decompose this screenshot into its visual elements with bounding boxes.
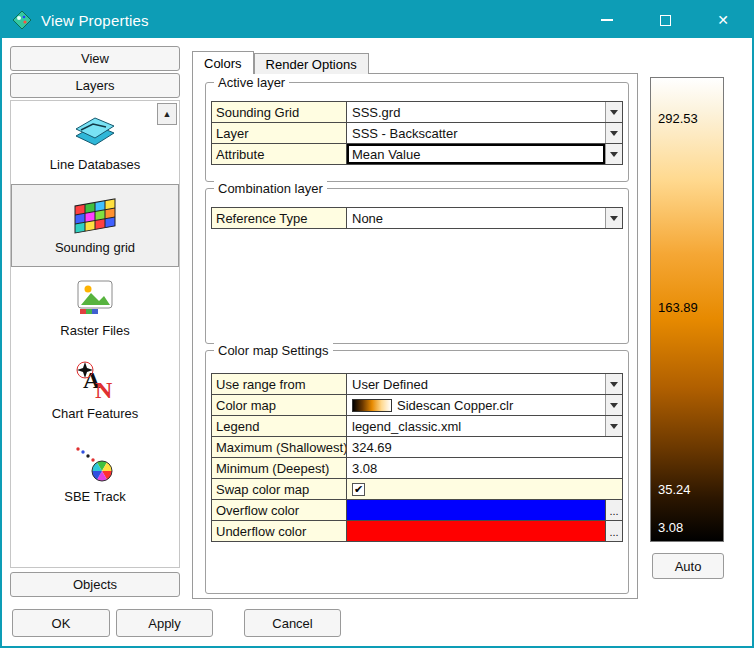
apply-button[interactable]: Apply: [116, 609, 213, 637]
sidebar-item-label: SBE Track: [64, 489, 125, 504]
sidebar-item-line-databases[interactable]: Line Databases: [11, 101, 179, 184]
chevron-down-icon: [610, 131, 618, 136]
legend-dropdown-button[interactable]: [605, 416, 622, 436]
maximize-icon: [660, 15, 671, 26]
app-icon: [12, 10, 32, 30]
sidebar-item-label: Chart Features: [52, 406, 139, 421]
objects-button[interactable]: Objects: [10, 572, 180, 597]
overflow-color-swatch[interactable]: [347, 500, 605, 520]
window-title: View Properties: [41, 12, 149, 29]
active-layer-group: Active layer Sounding Grid SSS.grd Layer…: [205, 82, 629, 182]
active-layer-rows: Sounding Grid SSS.grd Layer SSS - Backsc…: [211, 101, 623, 165]
legend-tick-label: 292.53: [658, 110, 698, 125]
overflow-color-row: Overflow color ...: [211, 499, 623, 521]
legend-row: Legend legend_classic.xml: [211, 415, 623, 437]
attribute-row: Attribute Mean Value: [211, 143, 623, 165]
sbe-track-icon: [72, 443, 118, 485]
window-controls: ✕: [578, 2, 752, 38]
reference-type-dropdown-button[interactable]: [605, 208, 622, 228]
sidebar-item-raster-files[interactable]: Raster Files: [11, 267, 179, 350]
use-range-from-row: Use range from User Defined: [211, 373, 623, 395]
tab-render-options[interactable]: Render Options: [254, 53, 369, 74]
line-databases-icon: [72, 111, 118, 153]
attribute-dropdown-button[interactable]: [605, 144, 622, 164]
cancel-button[interactable]: Cancel: [244, 609, 341, 637]
chart-features-icon: A N: [72, 360, 118, 402]
attribute-value: Mean Value: [352, 147, 420, 162]
sidebar-item-label: Line Databases: [50, 157, 140, 172]
sidebar-item-chart-features[interactable]: A N Chart Features: [11, 350, 179, 433]
color-map-settings-rows: Use range from User Defined Color map Si…: [211, 373, 623, 542]
auto-button[interactable]: Auto: [652, 553, 724, 579]
chevron-down-icon: [610, 403, 618, 408]
sounding-grid-value: SSS.grd: [352, 105, 400, 120]
color-map-settings-group-title: Color map Settings: [214, 343, 333, 358]
minimum-field[interactable]: 3.08: [347, 457, 623, 479]
overflow-color-label: Overflow color: [211, 499, 347, 521]
color-map-dropdown-button[interactable]: [605, 395, 622, 415]
ok-button[interactable]: OK: [12, 609, 110, 637]
chevron-down-icon: [610, 424, 618, 429]
color-map-dropdown[interactable]: Sidescan Copper.clr: [347, 394, 623, 416]
chevron-down-icon: [610, 216, 618, 221]
sidebar-item-label: Raster Files: [60, 323, 129, 338]
minimize-button[interactable]: [578, 2, 636, 38]
tab-strip: Colors Render Options: [192, 51, 369, 74]
sounding-grid-label: Sounding Grid: [211, 101, 347, 123]
attribute-dropdown[interactable]: Mean Value: [347, 143, 623, 165]
layer-label: Layer: [211, 122, 347, 144]
tab-colors[interactable]: Colors: [192, 51, 254, 74]
reference-type-dropdown[interactable]: None: [347, 207, 623, 229]
layer-dropdown[interactable]: SSS - Backscatter: [347, 122, 623, 144]
layers-list: ▲ Line Databases: [10, 100, 180, 568]
underflow-color-cell: ...: [347, 520, 623, 542]
minimize-icon: [601, 19, 613, 21]
maximum-field[interactable]: 324.69: [347, 436, 623, 458]
close-button[interactable]: ✕: [694, 2, 752, 38]
sidebar-item-sounding-grid[interactable]: Sounding grid: [11, 184, 179, 267]
raster-files-icon: [72, 277, 118, 319]
legend-label: Legend: [211, 415, 347, 437]
title-bar: View Properties ✕: [2, 2, 752, 38]
combination-layer-rows: Reference Type None: [211, 207, 623, 229]
layer-dropdown-button[interactable]: [605, 123, 622, 143]
legend-dropdown[interactable]: legend_classic.xml: [347, 415, 623, 437]
minimum-label: Minimum (Deepest): [211, 457, 347, 479]
use-range-from-dropdown[interactable]: User Defined: [347, 373, 623, 395]
combination-layer-group: Combination layer Reference Type None: [205, 188, 629, 344]
swap-color-map-cell: ✔: [347, 478, 623, 500]
reference-type-value: None: [352, 211, 383, 226]
minimum-row: Minimum (Deepest) 3.08: [211, 457, 623, 479]
layers-button[interactable]: Layers: [10, 73, 180, 98]
swap-color-map-checkbox[interactable]: ✔: [352, 483, 365, 496]
color-map-label: Color map: [211, 394, 347, 416]
chevron-down-icon: [610, 110, 618, 115]
overflow-color-picker-button[interactable]: ...: [605, 500, 622, 520]
underflow-color-picker-button[interactable]: ...: [605, 521, 622, 541]
underflow-color-label: Underflow color: [211, 520, 347, 542]
color-map-value: Sidescan Copper.clr: [397, 398, 513, 413]
chevron-down-icon: [610, 152, 618, 157]
scroll-up-icon: ▲: [163, 109, 172, 119]
legend-tick-label: 163.89: [658, 300, 698, 315]
underflow-color-swatch[interactable]: [347, 521, 605, 541]
sounding-grid-row: Sounding Grid SSS.grd: [211, 101, 623, 123]
scroll-up-button[interactable]: ▲: [157, 103, 177, 125]
layer-value: SSS - Backscatter: [352, 126, 457, 141]
combination-layer-group-title: Combination layer: [214, 181, 327, 196]
attribute-label: Attribute: [211, 143, 347, 165]
maximize-button[interactable]: [636, 2, 694, 38]
overflow-color-cell: ...: [347, 499, 623, 521]
underflow-color-row: Underflow color ...: [211, 520, 623, 542]
sounding-grid-dropdown-button[interactable]: [605, 102, 622, 122]
sounding-grid-icon: [72, 194, 118, 236]
reference-type-row: Reference Type None: [211, 207, 623, 229]
use-range-from-dropdown-button[interactable]: [605, 374, 622, 394]
colormap-swatch: [352, 399, 392, 412]
view-properties-dialog: View Properties ✕ View Layers ▲ Line Dat…: [0, 0, 754, 648]
legend-tick-label: 35.24: [658, 482, 691, 497]
sounding-grid-dropdown[interactable]: SSS.grd: [347, 101, 623, 123]
sidebar-item-sbe-track[interactable]: SBE Track: [11, 433, 179, 516]
svg-text:N: N: [95, 377, 113, 402]
view-button[interactable]: View: [10, 46, 180, 71]
